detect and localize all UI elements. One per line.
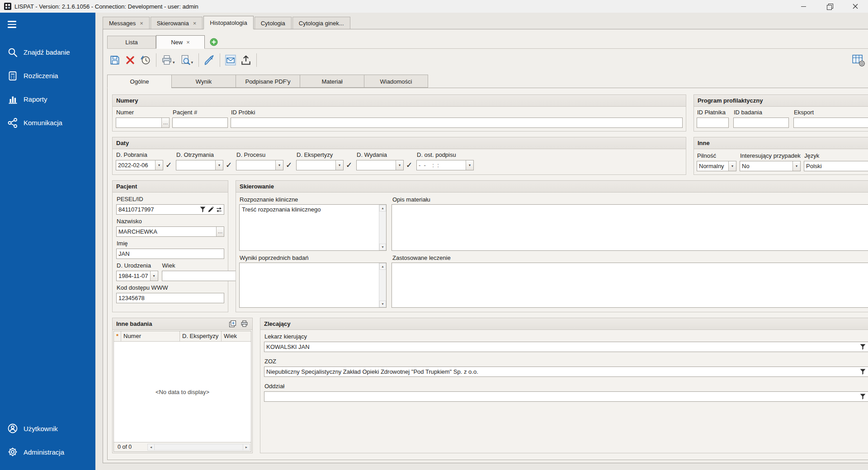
confirm-date-check-icon[interactable]: ✓ [406,160,412,170]
horizontal-scrollbar[interactable]: ◄ ► [147,444,250,451]
chevron-down-icon[interactable]: ▾ [150,271,158,281]
wyniki-poprzednich-textarea[interactable]: ▲ ▼ [239,263,387,308]
tab-podpisane-pdfy[interactable]: Podpisane PDF'y [236,75,300,88]
filter-icon[interactable] [859,343,866,350]
sign-button[interactable] [202,52,217,68]
confirm-date-check-icon[interactable]: ✓ [286,160,292,170]
pacjent-nr-input[interactable] [172,118,228,128]
nazwisko-browse-button[interactable]: … [216,227,224,236]
wiek-input-field[interactable] [162,271,245,281]
sidebar-item-raporty[interactable]: Raporty [0,88,95,111]
chevron-down-icon[interactable]: ▾ [335,160,343,170]
print-list-button[interactable] [240,320,249,329]
tab-wiadomosci[interactable]: Wiadomości [364,75,428,88]
swap-refresh-icon[interactable] [216,206,222,213]
zoz-input-field[interactable] [264,367,858,376]
id-badania-input[interactable] [733,118,789,128]
id-platnika-input[interactable] [697,118,729,128]
tab-skierowania[interactable]: Skierowania × [151,17,203,29]
filter-icon[interactable] [859,393,866,400]
grid-column-numer[interactable]: Numer [121,331,180,341]
confirm-date-check-icon[interactable]: ✓ [226,160,232,170]
pilnosc-select[interactable]: Normalny ▾ [697,161,736,171]
edit-pencil-icon[interactable] [208,206,214,213]
chevron-down-icon[interactable]: ▾ [155,160,163,170]
d-procesu-combo[interactable]: ▾ [236,160,283,170]
confirm-date-check-icon[interactable]: ✓ [165,160,172,170]
d-otrzymania-combo[interactable]: ▾ [176,160,223,170]
scroll-up-icon[interactable]: ▲ [379,205,386,212]
close-button[interactable] [842,0,868,13]
print-dropdown-arrow[interactable]: ▾ [173,60,175,65]
kod-www-input[interactable] [116,293,224,303]
zoz-input[interactable] [264,367,868,377]
tab-messages[interactable]: Messages × [103,17,150,29]
chevron-down-icon[interactable]: ▾ [396,160,403,170]
grid-column-ekspertyzy[interactable]: D. Ekspertyzy [180,331,222,341]
pesel-input[interactable] [116,204,224,215]
print-preview-button[interactable] [178,52,193,68]
minimize-button[interactable] [791,0,816,13]
save-button[interactable] [107,52,123,68]
zastosowane-leczenie-textarea[interactable]: ▲ ▼ [392,263,868,308]
print-button[interactable] [159,52,175,68]
delete-button[interactable] [123,52,138,68]
scroll-right-icon[interactable]: ► [243,444,250,450]
grid-settings-button[interactable] [851,52,866,68]
tab-material[interactable]: Materiał [300,75,364,88]
eksport-input[interactable]: … [793,118,868,128]
imie-input-field[interactable] [117,249,224,258]
sidebar-item-znajdz-badanie[interactable]: Znajdź badanie [0,41,95,64]
scroll-down-icon[interactable]: ▼ [379,244,386,250]
confirm-date-check-icon[interactable]: ✓ [346,160,352,170]
close-tab-icon[interactable]: × [186,39,190,45]
oddzial-input[interactable] [264,391,868,402]
scroll-down-icon[interactable]: ▼ [379,301,386,307]
tab-cytologia[interactable]: Cytologia [255,17,292,29]
kod-www-input-field[interactable] [117,293,224,303]
sidebar-item-komunikacja[interactable]: Komunikacja [0,111,95,135]
grid-column-wiek[interactable]: Wiek [222,331,251,341]
d-urodzenia-combo[interactable]: 1984-11-07 ▾ [116,271,158,281]
filter-icon[interactable] [859,368,866,375]
numer-input[interactable]: … [116,118,170,128]
tab-lista[interactable]: Lista [107,36,156,48]
chevron-down-icon[interactable]: ▾ [793,161,800,171]
eksport-input-field[interactable] [794,118,868,127]
interesujacy-przypadek-select[interactable]: No ▾ [740,161,801,171]
chevron-down-icon[interactable]: ▾ [728,161,736,171]
export-button[interactable] [238,52,254,68]
restore-button[interactable] [816,0,842,13]
wiek-input[interactable] [162,271,246,281]
scroll-left-icon[interactable]: ◄ [148,444,155,450]
preview-dropdown-arrow[interactable]: ▾ [191,60,193,65]
close-tab-icon[interactable]: × [193,20,197,26]
sidebar-item-administracja[interactable]: Administracja [0,440,95,464]
id-probki-input-field[interactable] [231,118,682,127]
email-button[interactable] [223,52,238,68]
id-platnika-input-field[interactable] [697,118,728,127]
pesel-input-field[interactable] [117,205,198,214]
close-tab-icon[interactable]: × [140,20,143,26]
vertical-scrollbar[interactable]: ▲ ▼ [379,205,386,250]
pacjent-nr-input-field[interactable] [173,118,227,127]
imie-input[interactable] [116,249,224,259]
tab-wynik[interactable]: Wynik [171,75,236,88]
vertical-scrollbar[interactable]: ▲ ▼ [379,263,386,307]
sidebar-item-uzytkownik[interactable]: Użytkownik [0,417,95,440]
filter-icon[interactable] [199,206,206,213]
d-ekspertyzy-combo[interactable]: ▾ [296,160,344,170]
tab-new[interactable]: New × [156,35,205,49]
nazwisko-input[interactable]: … [116,226,224,237]
tab-ogolne[interactable]: Ogólne [107,75,171,88]
d-wydania-combo[interactable]: ▾ [356,160,404,170]
history-button[interactable] [138,52,153,68]
tab-histopatologia[interactable]: Histopatologia [203,16,253,29]
lekarz-input[interactable] [264,342,868,352]
tab-cytologia-ginek[interactable]: Cytologia ginek... [292,17,350,29]
d-pobrania-combo[interactable]: 2022-02-06 ▾ [116,160,163,170]
numer-input-field[interactable] [116,118,161,127]
open-in-new-window-button[interactable] [228,320,237,329]
id-badania-input-field[interactable] [734,118,788,127]
chevron-down-icon[interactable]: ▾ [275,160,283,170]
